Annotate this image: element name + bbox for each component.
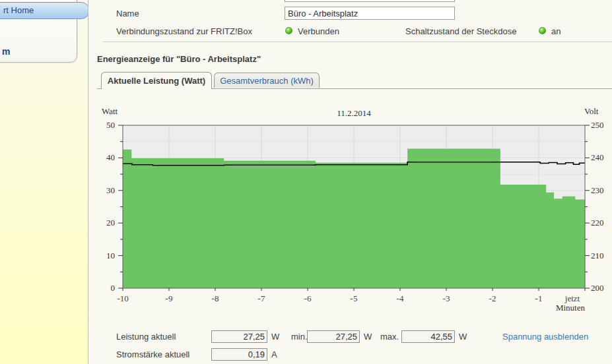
power-max-label: max. (380, 332, 399, 342)
axis-tick-label: -7 (247, 293, 276, 304)
axis-tick-label: 220 (591, 218, 612, 228)
current-field[interactable] (211, 348, 267, 361)
sidebar: rt Home m (0, 0, 88, 364)
x-axis-unit-label: Minuten (519, 303, 585, 313)
current-unit: A (271, 349, 277, 359)
axis-tick-label: -6 (293, 293, 322, 304)
sidebar-item-smart-home[interactable]: rt Home (0, 2, 90, 19)
axis-tick-label: -2 (478, 293, 507, 304)
sidebar-partial-link[interactable]: m (2, 46, 10, 57)
axis-tick-label: 40 (91, 152, 115, 163)
current-label: Stromstärke aktuell (116, 349, 189, 359)
tab-aktuelle-leistung[interactable]: Aktuelle Leistung (Watt) (101, 72, 212, 89)
axis-tick-label: -3 (432, 293, 461, 304)
tab-gesamtverbrauch[interactable]: Gesamtverbrauch (kWh) (214, 73, 320, 88)
power-current-label: Leistung aktuell (116, 332, 176, 342)
axis-tick-label: -4 (386, 293, 415, 304)
fritzbox-energy-page: rt Home m Name Verbindungszustand zur FR… (0, 0, 612, 364)
axis-tick-label: 240 (591, 152, 612, 163)
axis-tick-label: 230 (591, 185, 612, 196)
axis-tick-label: 30 (91, 185, 115, 196)
axis-tick-label: -8 (201, 293, 230, 304)
axis-tick-label: 200 (591, 283, 612, 293)
axis-tick-label: 210 (591, 251, 612, 261)
axis-tick-label: -10 (108, 293, 137, 304)
axis-tick-label: -5 (339, 293, 368, 304)
hide-voltage-link[interactable]: Spannung ausblenden (502, 332, 588, 342)
power-min-unit: W (364, 332, 372, 342)
axis-tick-label: 250 (591, 120, 612, 131)
power-max-unit: W (459, 332, 467, 342)
power-min-label: min. (291, 332, 308, 342)
power-current-field[interactable] (211, 330, 267, 343)
axis-tick-label: 10 (91, 251, 115, 261)
power-min-field[interactable] (307, 330, 360, 343)
axis-tick-label: -9 (154, 293, 184, 304)
axis-tick-label: 0 (91, 283, 115, 293)
main-content: Name Verbindungszustand zur FRITZ!Box Ve… (88, 0, 612, 364)
axis-tick-label: 50 (91, 120, 115, 131)
axis-tick-label: 20 (91, 218, 115, 228)
power-max-field[interactable] (401, 330, 455, 343)
power-current-unit: W (271, 332, 279, 342)
